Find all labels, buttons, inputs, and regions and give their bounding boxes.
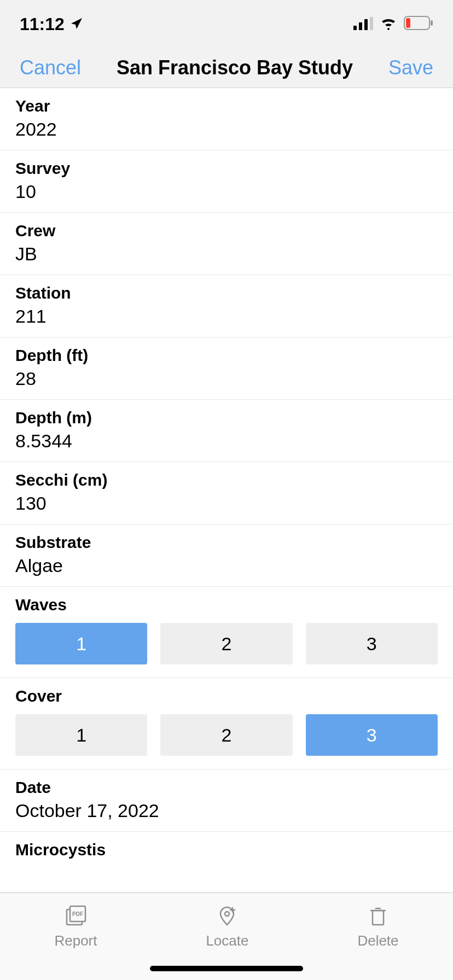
waves-option-2[interactable]: 2	[160, 623, 292, 664]
delete-button[interactable]: Delete	[357, 904, 398, 949]
field-label: Year	[15, 97, 438, 115]
field-label: Substrate	[15, 533, 438, 552]
wifi-icon	[380, 14, 397, 34]
field-label: Waves	[15, 596, 438, 614]
form-content: Year 2022 Survey 10 Crew JB Station 211 …	[0, 88, 453, 892]
secchi-field[interactable]: Secchi (cm) 130	[0, 462, 453, 524]
field-label: Depth (m)	[15, 409, 438, 427]
cover-option-3[interactable]: 3	[306, 714, 438, 756]
save-button[interactable]: Save	[388, 56, 433, 79]
bottom-label: Report	[54, 932, 97, 949]
report-button[interactable]: PDF Report	[54, 904, 97, 949]
field-label: Crew	[15, 221, 438, 240]
bottom-label: Delete	[357, 932, 398, 949]
survey-field[interactable]: Survey 10	[0, 150, 453, 213]
crew-field[interactable]: Crew JB	[0, 213, 453, 275]
svg-point-10	[225, 912, 229, 916]
status-bar: 11:12	[0, 0, 453, 48]
svg-rect-6	[431, 20, 433, 26]
field-value: 10	[15, 181, 438, 202]
field-value: 28	[15, 368, 438, 389]
pdf-icon: PDF	[63, 904, 88, 928]
cover-field: Cover 1 2 3	[0, 678, 453, 769]
field-label: Survey	[15, 159, 438, 178]
field-label: Depth (ft)	[15, 346, 438, 365]
substrate-field[interactable]: Substrate Algae	[0, 524, 453, 587]
waves-option-1[interactable]: 1	[15, 623, 147, 664]
locate-button[interactable]: Locate	[206, 904, 248, 949]
cover-segmented-control: 1 2 3	[15, 714, 438, 756]
field-value: Algae	[15, 555, 438, 576]
cellular-icon	[353, 14, 373, 34]
svg-rect-3	[370, 17, 373, 30]
cancel-button[interactable]: Cancel	[20, 56, 81, 79]
waves-segmented-control: 1 2 3	[15, 623, 438, 664]
waves-field: Waves 1 2 3	[0, 587, 453, 678]
nav-bar: Cancel San Francisco Bay Study Save	[0, 48, 453, 88]
svg-rect-2	[364, 19, 368, 30]
svg-rect-0	[353, 26, 357, 30]
location-pin-icon	[215, 904, 239, 928]
cover-option-2[interactable]: 2	[160, 714, 292, 756]
waves-option-3[interactable]: 3	[306, 623, 438, 664]
microcystis-field[interactable]: Microcystis	[0, 832, 453, 872]
field-label: Cover	[15, 687, 438, 705]
field-value: 2022	[15, 119, 438, 140]
battery-icon	[404, 14, 433, 34]
svg-rect-1	[359, 22, 362, 30]
field-value: 211	[15, 306, 438, 327]
depth-m-field[interactable]: Depth (m) 8.5344	[0, 400, 453, 462]
bottom-label: Locate	[206, 932, 248, 949]
status-time: 11:12	[20, 14, 65, 34]
field-label: Station	[15, 284, 438, 302]
cover-option-1[interactable]: 1	[15, 714, 147, 756]
date-field[interactable]: Date October 17, 2022	[0, 769, 453, 832]
field-value: October 17, 2022	[15, 800, 438, 821]
svg-rect-13	[373, 911, 384, 925]
depth-ft-field[interactable]: Depth (ft) 28	[0, 337, 453, 400]
trash-icon	[366, 904, 390, 928]
home-indicator[interactable]	[150, 966, 303, 971]
year-field[interactable]: Year 2022	[0, 88, 453, 150]
field-value: 130	[15, 493, 438, 514]
field-value: JB	[15, 243, 438, 265]
svg-rect-5	[406, 18, 410, 28]
page-title: San Francisco Bay Study	[117, 56, 353, 79]
field-label: Date	[15, 778, 438, 797]
field-label: Microcystis	[15, 841, 438, 859]
field-label: Secchi (cm)	[15, 471, 438, 489]
field-value: 8.5344	[15, 430, 438, 452]
svg-text:PDF: PDF	[72, 911, 83, 917]
location-icon	[70, 14, 83, 34]
station-field[interactable]: Station 211	[0, 275, 453, 337]
